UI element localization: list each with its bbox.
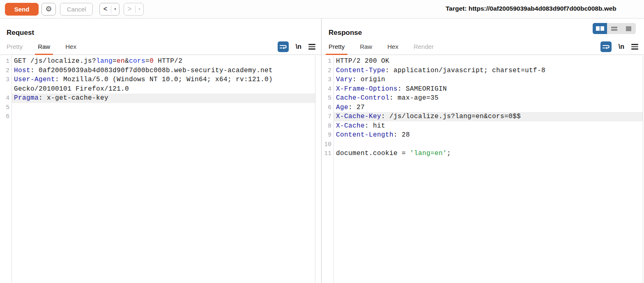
request-tabbar: PrettyRawHex: [0, 41, 321, 55]
word-wrap-icon[interactable]: [600, 41, 612, 52]
hamburger-menu-icon[interactable]: [631, 44, 638, 49]
code-line[interactable]: 4Pragma: x-get-cache-key: [0, 94, 315, 103]
layout-single-icon[interactable]: [621, 23, 636, 34]
gear-icon: ⚙: [45, 5, 52, 14]
code-text[interactable]: X-Cache: hit: [334, 121, 643, 131]
line-number: 4: [0, 94, 12, 103]
code-text[interactable]: Age: 27: [334, 103, 643, 112]
hamburger-menu-icon[interactable]: [308, 44, 315, 49]
forward-history-dropdown-icon[interactable]: ▾: [136, 7, 143, 11]
line-number: 6: [0, 112, 12, 121]
cancel-button[interactable]: Cancel: [60, 3, 93, 16]
code-text[interactable]: Gecko/20100101 Firefox/121.0: [12, 84, 315, 94]
code-text[interactable]: [12, 112, 315, 121]
line-number: 2: [0, 66, 12, 75]
tab-pretty[interactable]: Pretty: [7, 41, 23, 55]
code-line[interactable]: 2Host: 0af20059039ab4d083d90f7d00bc008b.…: [0, 66, 315, 75]
send-button[interactable]: Send: [5, 3, 39, 16]
line-number: 8: [322, 121, 334, 131]
line-number: 7: [322, 112, 334, 121]
request-editor[interactable]: 1GET /js/localize.js?lang=en&cors=0 HTTP…: [0, 56, 315, 283]
response-tab-icons: \n: [600, 40, 638, 54]
line-number: 3: [322, 75, 334, 84]
code-text[interactable]: document.cookie = 'lang=en';: [334, 149, 643, 158]
back-icon[interactable]: <: [100, 5, 111, 13]
code-text[interactable]: Content-Type: application/javascript; ch…: [334, 66, 643, 75]
tab-pretty[interactable]: Pretty: [329, 41, 345, 55]
tab-hex[interactable]: Hex: [387, 41, 398, 55]
code-text[interactable]: HTTP/2 200 OK: [334, 57, 643, 66]
forward-icon[interactable]: >: [124, 5, 135, 13]
tab-render[interactable]: Render: [414, 41, 434, 55]
code-line[interactable]: 6: [0, 112, 315, 121]
code-text[interactable]: Cache-Control: max-age=35: [334, 94, 643, 103]
line-number: 9: [322, 130, 334, 140]
line-number: 4: [322, 84, 334, 94]
code-text[interactable]: GET /js/localize.js?lang=en&cors=0 HTTP/…: [12, 57, 315, 66]
response-panel: Response PrettyRawHexRender \n 1HTTP/2 2…: [322, 18, 644, 283]
line-number: 6: [322, 103, 334, 112]
back-button-group[interactable]: < ▾: [99, 3, 120, 16]
request-tab-icons: \n: [278, 40, 315, 54]
code-line[interactable]: 3Vary: origin: [322, 75, 643, 84]
code-text[interactable]: Content-Length: 28: [334, 130, 643, 140]
code-text[interactable]: User-Agent: Mozilla/5.0 (Windows NT 10.0…: [12, 75, 315, 84]
code-line[interactable]: 11document.cookie = 'lang=en';: [322, 149, 643, 158]
tab-raw[interactable]: Raw: [360, 41, 372, 55]
line-number: 2: [322, 66, 334, 75]
code-line[interactable]: 10: [322, 140, 643, 149]
line-number: 5: [0, 103, 12, 112]
request-title: Request: [7, 29, 34, 37]
response-tabbar: PrettyRawHexRender: [322, 41, 644, 55]
line-number: 3: [0, 75, 12, 84]
code-text[interactable]: Host: 0af20059039ab4d083d90f7d00bc008b.w…: [12, 66, 315, 75]
response-editor[interactable]: 1HTTP/2 200 OK2Content-Type: application…: [322, 56, 643, 283]
line-number: 1: [0, 57, 12, 66]
layout-switcher: [593, 23, 636, 34]
code-line[interactable]: Gecko/20100101 Firefox/121.0: [0, 84, 315, 94]
request-panel: Request PrettyRawHex \n 1GET /js/localiz…: [0, 18, 322, 283]
code-text[interactable]: Vary: origin: [334, 75, 643, 84]
word-wrap-icon[interactable]: [278, 41, 289, 52]
code-line[interactable]: 3User-Agent: Mozilla/5.0 (Windows NT 10.…: [0, 75, 315, 84]
code-line[interactable]: 1GET /js/localize.js?lang=en&cors=0 HTTP…: [0, 57, 315, 66]
code-line[interactable]: 9Content-Length: 28: [322, 130, 643, 140]
tab-hex[interactable]: Hex: [65, 41, 76, 55]
code-line[interactable]: 4X-Frame-Options: SAMEORIGIN: [322, 84, 643, 94]
line-number: 5: [322, 94, 334, 103]
back-history-dropdown-icon[interactable]: ▾: [111, 7, 119, 11]
code-line[interactable]: 1HTTP/2 200 OK: [322, 57, 643, 66]
code-line[interactable]: 8X-Cache: hit: [322, 121, 643, 131]
newline-toggle-icon[interactable]: \n: [619, 43, 624, 50]
line-number: 11: [322, 149, 334, 158]
top-toolbar: Send ⚙ Cancel < ▾ > ▾ Target: https://0a…: [0, 0, 644, 18]
code-line[interactable]: 2Content-Type: application/javascript; c…: [322, 66, 643, 75]
target-url: Target: https://0af20059039ab4d083d90f7d…: [446, 5, 616, 12]
line-number: 10: [322, 140, 334, 149]
code-line[interactable]: 5: [0, 103, 315, 112]
response-title: Response: [329, 29, 362, 37]
code-text[interactable]: Pragma: x-get-cache-key: [12, 94, 315, 103]
gear-button[interactable]: ⚙: [41, 3, 56, 16]
tab-raw[interactable]: Raw: [38, 41, 50, 55]
code-line[interactable]: 7X-Cache-Key: /js/localize.js?lang=en&co…: [322, 112, 643, 121]
code-text[interactable]: X-Cache-Key: /js/localize.js?lang=en&cor…: [334, 112, 643, 121]
code-text[interactable]: [334, 140, 643, 149]
line-number: 1: [322, 57, 334, 66]
layout-side-by-side-icon[interactable]: [593, 23, 607, 34]
forward-button-group[interactable]: > ▾: [124, 3, 144, 16]
layout-stacked-icon[interactable]: [607, 23, 621, 34]
newline-toggle-icon[interactable]: \n: [296, 43, 301, 50]
code-line[interactable]: 5Cache-Control: max-age=35: [322, 94, 643, 103]
code-line[interactable]: 6Age: 27: [322, 103, 643, 112]
code-text[interactable]: X-Frame-Options: SAMEORIGIN: [334, 84, 643, 94]
line-number: [0, 84, 12, 94]
code-text[interactable]: [12, 103, 315, 112]
